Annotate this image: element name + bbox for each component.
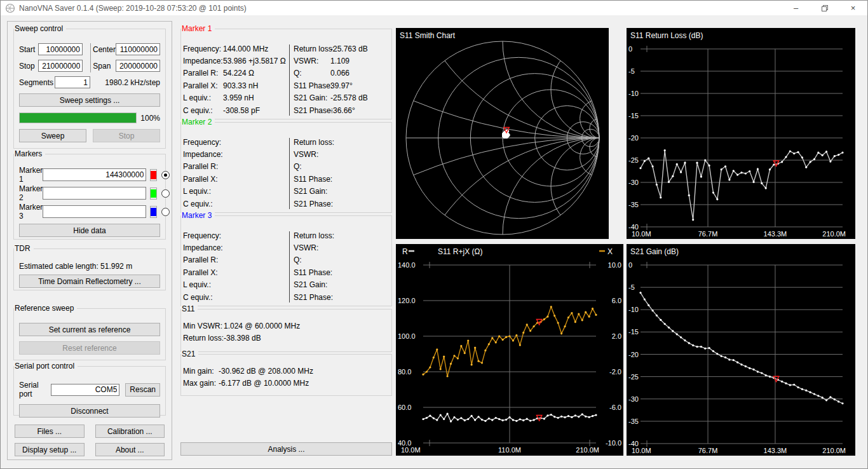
titlebar: NanoVNA Saver 0.1.4 (Sweep: 2019-10-28 0… [1,1,867,15]
sweep-button[interactable]: Sweep [19,129,86,142]
info-value: 39.97° [330,81,353,90]
s11-return-loss-value: -38.398 dB [224,334,261,343]
marker1-frequency-input[interactable] [43,168,146,181]
tdr-button[interactable]: Time Domain Reflectometry ... [19,275,160,288]
marker1-radio[interactable] [161,171,170,179]
marker-info-title: Marker 3 [181,211,215,221]
display-setup-button[interactable]: Display setup ... [15,443,85,456]
reference-sweep-legend: Reference sweep [14,304,77,313]
info-value: -25.763 dB [330,44,368,53]
info-label: L equiv.: [183,280,223,289]
marker-data-column: Marker 1Frequency:144.000 MHzImpedance:5… [180,29,392,396]
return-loss-chart[interactable]: S11 Return Loss (dB)0-5-10-15-20-25-30-3… [627,28,855,239]
serial-port-group: Serial port control Serial port Rescan D… [13,366,166,416]
svg-text:-20: -20 [628,134,639,142]
analysis-button[interactable]: Analysis ... [180,442,392,456]
span-frequency-input[interactable] [116,60,160,72]
calibration-button[interactable]: Calibration ... [95,425,165,438]
info-label: S21 Gain: [294,280,330,289]
center-frequency-input[interactable] [116,43,160,55]
marker1-color-swatch[interactable] [150,169,157,181]
info-label: S11 Phase: [294,268,330,277]
info-label: VSWR: [294,243,330,252]
disconnect-button[interactable]: Disconnect [19,404,160,418]
s21-gain-chart[interactable]: S21 Gain (dB)0-5-10-15-20-25-30-35-4010.… [627,244,855,456]
info-label: S11 Phase: [294,81,330,90]
svg-text:-15: -15 [628,112,639,119]
reset-reference-button[interactable]: Reset reference [19,341,160,355]
svg-text:110.0M: 110.0M [498,446,521,454]
marker-info-box: Marker 2Frequency:Impedance:Parallel R:P… [180,122,392,213]
svg-text:10.0: 10.0 [608,261,621,269]
control-panel: Sweep control Start Center Stop Span Seg… [7,21,172,460]
app-icon [5,3,15,13]
tdr-legend: TDR [14,244,34,254]
set-reference-button[interactable]: Set current as reference [19,323,160,336]
sweep-control-group: Sweep control Start Center Stop Span Seg… [13,29,166,149]
s11-min-vswr-label: Min VSWR: [183,322,224,330]
svg-text:6.0: 6.0 [612,297,621,304]
column-divider [289,138,290,209]
info-label: Q: [294,69,330,78]
info-label: Q: [294,162,330,171]
svg-text:10.0M: 10.0M [632,447,651,454]
info-label: L equiv.: [183,187,223,196]
stop-label: Stop [19,62,38,71]
marker3-frequency-input[interactable] [43,205,146,218]
info-label: S21 Gain: [294,187,330,196]
svg-text:-6.0: -6.0 [609,404,621,411]
svg-text:-25: -25 [628,373,639,381]
panel-bottom-buttons: Files ... Calibration ... Display setup … [13,425,166,456]
span-label: Span [93,62,116,71]
info-value: 144.000 MHz [223,44,268,53]
svg-text:S11 R+jX (Ω): S11 R+jX (Ω) [438,247,482,256]
svg-text:0: 0 [628,261,632,269]
info-value: -36.66° [330,106,355,115]
minimize-button[interactable]: – [782,1,810,15]
marker2-radio[interactable] [161,189,170,198]
info-label: C equiv.: [183,293,223,302]
svg-text:120.0: 120.0 [398,297,416,304]
s21-max-gain-value: -6.177 dB @ 10.0000 MHz [219,379,309,388]
rjx-chart[interactable]: S11 R+jX (Ω)RX140.0120.0100.080.060.040.… [396,244,623,456]
svg-text:210.0M: 210.0M [822,447,846,454]
files-button[interactable]: Files ... [15,425,85,438]
serial-port-label: Serial port [19,381,51,398]
svg-text:80.0: 80.0 [398,368,411,376]
info-label: Frequency: [183,231,223,240]
serial-port-legend: Serial port control [14,362,78,371]
center-label: Center [93,45,116,54]
svg-text:S11 Smith Chart: S11 Smith Chart [400,31,456,40]
sweep-settings-button[interactable]: Sweep settings ... [19,93,160,107]
svg-text:100.0: 100.0 [398,332,416,340]
marker3-radio[interactable] [161,208,170,216]
about-button[interactable]: About ... [95,443,165,456]
marker2-color-swatch[interactable] [150,187,157,200]
info-label: Parallel R: [183,255,223,264]
restore-icon [822,6,827,11]
svg-text:10.0M: 10.0M [401,446,421,454]
svg-text:-15: -15 [628,328,639,336]
smith-chart[interactable]: S11 Smith Chart [396,28,609,239]
s11-legend: S11 [181,304,198,314]
start-frequency-input[interactable] [38,43,83,55]
marker2-frequency-input[interactable] [43,187,146,200]
marker-info-box: Marker 3Frequency:Impedance:Parallel R:P… [180,215,392,306]
s11-return-loss-label: Return loss: [183,334,224,343]
info-label: Impedance: [183,243,223,252]
hide-data-button[interactable]: Hide data [19,224,160,237]
svg-text:2.0: 2.0 [612,332,621,340]
stop-frequency-input[interactable] [38,60,83,72]
rescan-button[interactable]: Rescan [125,383,160,397]
stop-button[interactable]: Stop [93,129,160,142]
segments-input[interactable] [55,76,90,88]
s21-min-gain-value: -30.962 dB @ 208.000 MHz [219,367,313,376]
close-button[interactable]: × [839,1,867,15]
svg-text:60.0: 60.0 [398,404,411,411]
s11-min-vswr-value: 1.024 @ 60.0000 MHz [224,322,300,330]
restore-button[interactable] [810,1,839,15]
info-label: Parallel R: [183,162,223,171]
serial-port-input[interactable] [51,384,119,396]
info-value: -25.578 dB [330,93,368,102]
marker3-color-swatch[interactable] [150,206,157,218]
